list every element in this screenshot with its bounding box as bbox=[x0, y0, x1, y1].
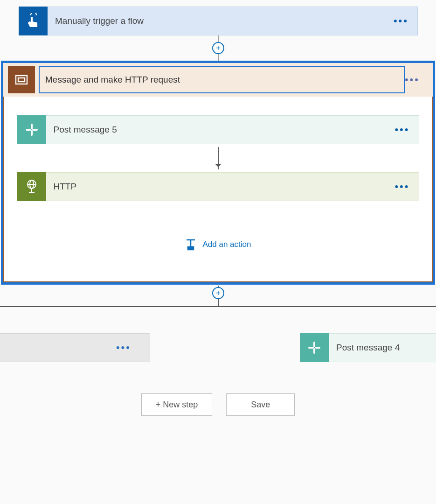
trigger-body: Manually trigger a flow bbox=[48, 7, 418, 35]
svg-rect-16 bbox=[308, 347, 314, 349]
post-message-label: Post message 5 bbox=[54, 125, 117, 135]
post-message-body: Post message 5 bbox=[46, 115, 419, 144]
branch-connector-h bbox=[0, 306, 436, 307]
post-message-4-label: Post message 4 bbox=[336, 343, 400, 353]
trigger-card[interactable]: Manually trigger a flow ••• bbox=[19, 7, 418, 35]
post-message-4-body: Post message 4 bbox=[329, 333, 436, 362]
branch-left-card[interactable]: ••• bbox=[0, 333, 150, 362]
http-body: HTTP bbox=[46, 172, 419, 201]
svg-rect-1 bbox=[18, 78, 25, 82]
footer-buttons: + New step Save bbox=[0, 393, 436, 416]
svg-rect-3 bbox=[31, 130, 33, 136]
scope-icon bbox=[8, 66, 35, 93]
http-menu[interactable]: ••• bbox=[394, 182, 409, 192]
new-step-button[interactable]: + New step bbox=[141, 393, 213, 416]
svg-rect-15 bbox=[313, 348, 315, 354]
add-action-label: Add an action bbox=[203, 240, 251, 249]
svg-rect-17 bbox=[315, 347, 320, 349]
trigger-menu[interactable]: ••• bbox=[394, 16, 408, 26]
post-message-card[interactable]: Post message 5 ••• bbox=[17, 115, 419, 144]
add-step-button-1[interactable]: + bbox=[212, 42, 224, 54]
post-message-menu[interactable]: ••• bbox=[394, 125, 409, 135]
trigger-label: Manually trigger a flow bbox=[55, 16, 144, 26]
scope-header[interactable]: ••• bbox=[3, 63, 433, 97]
svg-rect-14 bbox=[313, 342, 315, 347]
scope-container: ••• Post message 5 ••• bbox=[1, 61, 435, 285]
svg-rect-0 bbox=[16, 76, 27, 84]
arrow-icon bbox=[218, 147, 219, 169]
svg-rect-13 bbox=[188, 247, 194, 250]
svg-rect-5 bbox=[32, 129, 38, 131]
scope-menu[interactable]: ••• bbox=[405, 75, 420, 85]
add-step-button-2[interactable]: + bbox=[212, 287, 224, 299]
scope-body: Post message 5 ••• HTTP bbox=[3, 97, 433, 282]
slack-icon bbox=[300, 333, 329, 362]
svg-rect-4 bbox=[26, 129, 31, 131]
svg-rect-2 bbox=[31, 124, 33, 129]
http-card[interactable]: HTTP ••• bbox=[17, 172, 419, 201]
add-action-button[interactable]: Add an action bbox=[15, 238, 421, 251]
post-message-4-card[interactable]: Post message 4 bbox=[300, 333, 436, 362]
branch-left-menu[interactable]: ••• bbox=[116, 343, 131, 353]
insert-action-icon bbox=[185, 238, 196, 251]
globe-icon bbox=[17, 172, 46, 201]
scope-title-input[interactable] bbox=[39, 66, 405, 93]
http-label: HTTP bbox=[54, 182, 77, 192]
touch-icon bbox=[19, 7, 48, 35]
slack-icon bbox=[17, 115, 46, 144]
save-button[interactable]: Save bbox=[226, 393, 295, 416]
